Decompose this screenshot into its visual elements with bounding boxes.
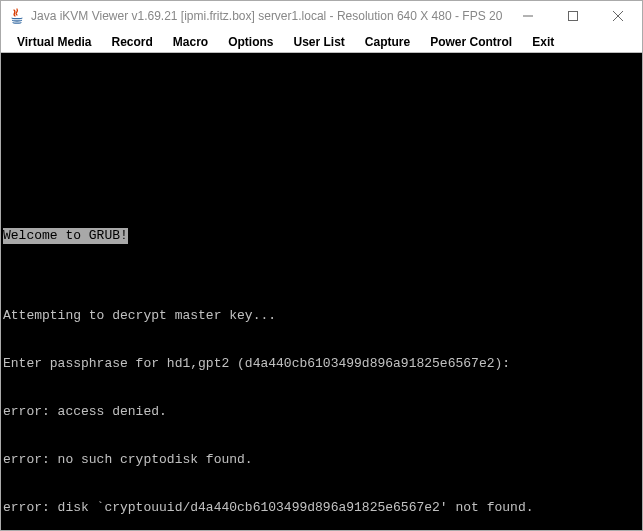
- maximize-button[interactable]: [550, 2, 595, 31]
- minimize-button[interactable]: [505, 2, 550, 31]
- console-line: error: disk `cryptouuid/d4a440cb6103499d…: [3, 500, 640, 516]
- kvm-console[interactable]: Welcome to GRUB! Attempting to decrypt m…: [1, 53, 642, 530]
- console-line: Enter passphrase for hd1,gpt2 (d4a440cb6…: [3, 356, 640, 372]
- menu-capture[interactable]: Capture: [355, 33, 420, 51]
- console-line: error: no such cryptodisk found.: [3, 452, 640, 468]
- window-controls: [505, 2, 640, 31]
- menubar: Virtual Media Record Macro Options User …: [1, 31, 642, 53]
- close-button[interactable]: [595, 2, 640, 31]
- menu-user-list[interactable]: User List: [283, 33, 354, 51]
- menu-virtual-media[interactable]: Virtual Media: [7, 33, 101, 51]
- menu-power-control[interactable]: Power Control: [420, 33, 522, 51]
- svg-rect-0: [568, 12, 577, 21]
- window-titlebar: Java iKVM Viewer v1.69.21 [ipmi.fritz.bo…: [1, 1, 642, 31]
- console-output: Welcome to GRUB! Attempting to decrypt m…: [1, 196, 642, 530]
- window-title: Java iKVM Viewer v1.69.21 [ipmi.fritz.bo…: [31, 9, 505, 23]
- console-line: error: access denied.: [3, 404, 640, 420]
- java-app-icon: [9, 8, 25, 24]
- console-line: Attempting to decrypt master key...: [3, 308, 640, 324]
- menu-macro[interactable]: Macro: [163, 33, 218, 51]
- menu-record[interactable]: Record: [101, 33, 162, 51]
- menu-options[interactable]: Options: [218, 33, 283, 51]
- grub-banner: Welcome to GRUB!: [3, 228, 128, 244]
- menu-exit[interactable]: Exit: [522, 33, 564, 51]
